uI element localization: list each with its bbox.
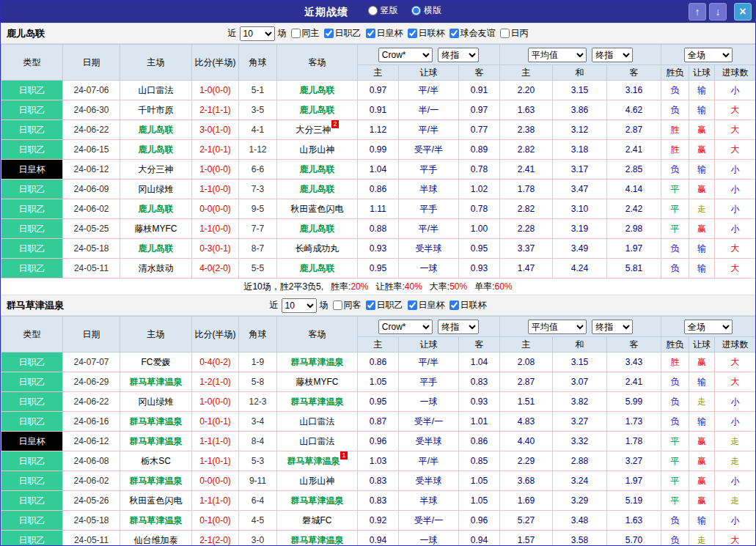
- date-cell: 24-05-26: [63, 491, 120, 511]
- score-cell: 2-1(1-1): [192, 100, 239, 120]
- close-button[interactable]: ×: [734, 3, 752, 21]
- filter-checkbox-input[interactable]: [500, 29, 510, 38]
- odds-away-cell: 1.01: [459, 412, 500, 432]
- avg-source-select[interactable]: 平均值: [528, 48, 587, 62]
- avg-away-cell: 3.43: [607, 353, 661, 372]
- avg-kind-select[interactable]: 终指: [592, 48, 633, 62]
- avg-home-cell: 5.27: [500, 511, 553, 531]
- odds-away-cell: 0.83: [459, 372, 500, 392]
- odds-kind-select[interactable]: 终指: [438, 320, 479, 334]
- result-goals-cell: 小: [715, 471, 756, 491]
- filter-checkbox[interactable]: 日皇杯: [408, 299, 445, 311]
- league-type-cell: 日职乙: [1, 471, 63, 491]
- team-name-text: 鹿儿岛联: [300, 85, 335, 95]
- filter-checkbox[interactable]: 同客: [333, 299, 362, 311]
- filter-checkbox-input[interactable]: [449, 29, 459, 38]
- filter-checkbox-input[interactable]: [291, 29, 301, 38]
- filter-checkbox-input[interactable]: [333, 300, 342, 310]
- odds-away-cell: 1.05: [459, 491, 500, 511]
- filter-checkbox-input[interactable]: [408, 29, 417, 38]
- away-team-cell: 鹿儿岛联: [277, 259, 358, 278]
- result-handicap-cell: 赢: [689, 471, 715, 491]
- team-name-text: 鹿儿岛联: [139, 204, 174, 214]
- result-wdl-cell: 负: [661, 372, 689, 392]
- team-name-text: 秋田蓝色闪电: [291, 204, 344, 214]
- filter-checkbox[interactable]: 日职乙: [366, 299, 403, 311]
- odds-source-select[interactable]: Crow*: [378, 48, 433, 62]
- odds-handicap-cell: 半球: [399, 180, 459, 199]
- corner-cell: 5-5: [239, 259, 277, 278]
- match-row: 日职乙24-06-02鹿儿岛联0-0(0-0)9-5秋田蓝色闪电1.11平手0.…: [1, 199, 756, 219]
- odds-away-cell: 1.05: [459, 471, 500, 491]
- team-name-text: 长崎成功丸: [296, 243, 340, 254]
- match-count-select[interactable]: 10: [240, 26, 275, 41]
- match-row: 日职乙24-06-08栃木SC1-1(0-1)5-3群马草津温泉11.03平/半…: [1, 451, 756, 471]
- score-cell: 1-2(1-0): [192, 372, 239, 392]
- match-row: 日职乙24-06-09冈山绿雉1-1(0-0)7-3鹿儿岛联0.86半球1.02…: [1, 180, 756, 199]
- layout-radio-vertical[interactable]: 竖版: [368, 4, 398, 17]
- filter-checkbox-input[interactable]: [366, 300, 375, 310]
- result-handicap-cell: 赢: [689, 432, 715, 451]
- away-team-cell: 群马草津温泉: [277, 531, 358, 546]
- filter-checkbox-input[interactable]: [449, 300, 459, 310]
- odds-home-cell: 0.83: [358, 471, 399, 491]
- subcol-avg-home: 主: [500, 65, 553, 81]
- vertical-radio-input[interactable]: [368, 6, 378, 15]
- col-home: 主场: [120, 317, 192, 353]
- odds-source-select[interactable]: Crow*: [378, 320, 433, 334]
- odds-home-cell: 0.96: [358, 432, 399, 451]
- match-count-select[interactable]: 10: [282, 298, 317, 313]
- team-name-text: 山口雷法: [300, 416, 335, 427]
- filter-checkbox[interactable]: 日丙: [500, 27, 529, 40]
- league-type-cell: 日职乙: [1, 372, 63, 392]
- odds-kind-select[interactable]: 终指: [438, 48, 479, 62]
- league-type-cell: 日职乙: [1, 259, 63, 278]
- away-team-cell: 群马草津温泉1: [277, 451, 358, 471]
- corner-cell: 6-4: [239, 491, 277, 511]
- near-label: 近: [270, 299, 279, 311]
- filter-checkbox[interactable]: 日联杯: [408, 27, 445, 40]
- move-up-button[interactable]: ↑: [689, 3, 706, 21]
- avg-draw-cell: 3.18: [553, 140, 607, 160]
- unit-label: 场: [278, 27, 287, 40]
- col-corner: 角球: [239, 45, 277, 81]
- matches-table: 类型 日期 主场 比分(半场) 角球 客场 Crow* 终指 平均值 终指: [1, 316, 756, 546]
- filter-checkbox-input[interactable]: [408, 300, 417, 310]
- scope-select[interactable]: 全场: [684, 48, 733, 62]
- filter-checkbox[interactable]: 日皇杯: [366, 27, 403, 40]
- summary-prefix: 近10场，胜2平3负5,: [243, 281, 323, 292]
- filter-checkbox-input[interactable]: [324, 29, 334, 38]
- scope-select[interactable]: 全场: [684, 320, 733, 334]
- odds-handicap-cell: 平手: [399, 199, 459, 219]
- avg-kind-select[interactable]: 终指: [592, 320, 633, 334]
- avg-draw-cell: 3.07: [553, 372, 607, 392]
- odds-home-cell: 0.94: [358, 531, 399, 546]
- horizontal-radio-input[interactable]: [411, 6, 421, 15]
- match-row: 日职乙24-06-29群马草津温泉1-2(1-0)5-8藤枝MYFC1.05平手…: [1, 372, 756, 392]
- avg-source-select[interactable]: 平均值: [528, 320, 587, 334]
- odds-handicap-cell: 一球: [399, 531, 459, 546]
- filter-checkbox[interactable]: 同主: [291, 27, 320, 40]
- result-goals-cell: 小: [715, 219, 756, 239]
- corner-cell: 5-1: [239, 81, 277, 100]
- filter-checkbox[interactable]: 日职乙: [324, 27, 362, 40]
- result-handicap-cell: 赢: [689, 219, 715, 239]
- avg-draw-cell: 3.29: [553, 491, 607, 511]
- date-cell: 24-05-18: [63, 239, 120, 259]
- move-down-button[interactable]: ↓: [709, 3, 727, 21]
- filter-checkbox[interactable]: 球会友谊: [449, 27, 496, 40]
- date-cell: 24-05-25: [63, 219, 120, 239]
- avg-away-cell: 5.70: [607, 531, 661, 546]
- filter-checkbox[interactable]: 日联杯: [449, 299, 487, 311]
- league-filter-checkboxes: 同客日职乙日皇杯日联杯: [329, 299, 487, 312]
- layout-radio-horizontal[interactable]: 横版: [411, 4, 441, 17]
- away-team-cell: 藤枝MYFC: [277, 372, 358, 392]
- result-handicap-cell: 输: [689, 259, 715, 278]
- avg-away-cell: 3.16: [607, 81, 661, 100]
- avg-home-cell: 2.28: [500, 219, 553, 239]
- avg-draw-cell: 2.88: [553, 451, 607, 471]
- avg-away-cell: 2.41: [607, 140, 661, 160]
- score-cell: 1-1(0-1): [192, 451, 239, 471]
- filter-checkbox-input[interactable]: [366, 29, 375, 38]
- result-goals-cell: 走: [715, 432, 756, 451]
